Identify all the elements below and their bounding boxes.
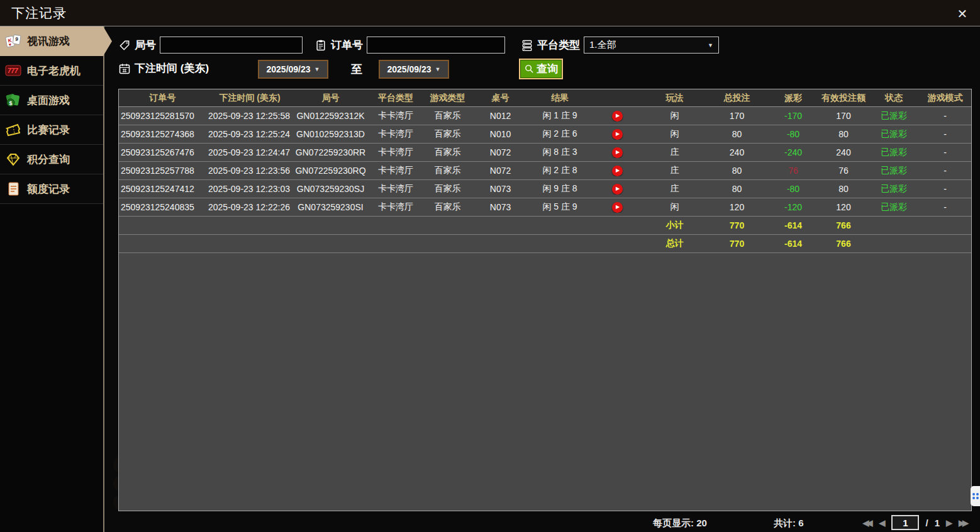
sidebar-item-video-games[interactable]: K♥ 9 视讯游戏 (0, 26, 112, 56)
status-badge: 已派彩 (869, 183, 919, 195)
last-page-icon[interactable]: ▶▶ (959, 518, 969, 528)
chevron-down-icon: ▼ (708, 42, 713, 48)
platform-stack-icon (521, 39, 533, 52)
col-header: 派彩 (768, 93, 818, 104)
sidebar-item-label: 比赛记录 (27, 123, 70, 137)
tag-icon (118, 39, 131, 52)
table-row: 250923125257788 2025-09-23 12:23:56 GN07… (119, 162, 971, 180)
col-header: 局号 (293, 93, 368, 104)
records-table: 订单号 下注时间 (美东) 局号 平台类型 游戏类型 桌号 结果 玩法 总投注 … (118, 89, 972, 511)
grand-total-row: 总计 770 -614 766 (119, 235, 971, 253)
col-header: 玩法 (643, 93, 706, 104)
status-badge: 已派彩 (869, 165, 919, 176)
per-page-label: 每页显示: 20 (653, 518, 707, 529)
col-header: 有效投注额 (818, 93, 869, 104)
table-row: 250923125247412 2025-09-23 12:23:03 GN07… (119, 180, 971, 198)
points-diamond-icon (5, 152, 21, 167)
first-page-icon[interactable]: ◀◀ (862, 518, 872, 528)
chevron-down-icon: ▼ (315, 66, 320, 72)
filter-bar: 局号 订单号 平台类型 1.全部 ▼ (104, 26, 980, 89)
slot-777-icon: 777 (5, 63, 21, 78)
status-badge: 已派彩 (869, 110, 919, 122)
subtotal-row: 小计 770 -614 766 (119, 217, 971, 235)
sidebar-item-label: 桌面游戏 (27, 93, 70, 108)
round-number-label: 局号 (118, 38, 156, 52)
order-number-label: 订单号 (315, 38, 363, 52)
date-from-picker[interactable]: 2025/09/23 ▼ (258, 60, 328, 79)
sidebar: K♥ 9 视讯游戏 777 电子老虎机 $ (0, 26, 104, 532)
sidebar-item-label: 积分查询 (27, 152, 70, 167)
table-row: 250923125281570 2025-09-23 12:25:58 GN01… (119, 107, 971, 125)
platform-type-label: 平台类型 (521, 38, 580, 52)
bet-time-label: 下注时间 (美东) (118, 61, 209, 76)
play-video-button[interactable]: ▶ (612, 111, 623, 122)
helper-widget[interactable] (971, 486, 980, 506)
status-badge: 已派彩 (869, 201, 919, 213)
window-title: 下注记录 (11, 4, 67, 22)
page-total: 1 (935, 518, 940, 528)
drag-dots-icon (972, 493, 979, 499)
chevron-down-icon: ▼ (435, 66, 441, 72)
play-video-button[interactable]: ▶ (612, 166, 623, 176)
platform-selected-value: 1.全部 (589, 39, 616, 51)
play-video-button[interactable]: ▶ (612, 147, 623, 158)
sidebar-item-label: 视讯游戏 (27, 34, 70, 48)
table-empty-area (119, 253, 971, 511)
total-count-label: 共计: 6 (774, 518, 804, 529)
sidebar-item-match-records[interactable]: 比赛记录 (0, 115, 103, 145)
search-icon (524, 64, 535, 74)
status-badge: 已派彩 (869, 128, 919, 140)
col-header: 游戏模式 (919, 93, 971, 104)
order-number-input[interactable] (367, 37, 505, 54)
quota-document-icon (5, 181, 21, 196)
sidebar-item-quota-records[interactable]: 额度记录 (0, 174, 103, 204)
date-range-to-label: 至 (351, 62, 362, 77)
close-icon[interactable]: ✕ (954, 5, 971, 23)
search-button[interactable]: 查询 (519, 59, 563, 79)
play-video-button[interactable]: ▶ (612, 202, 623, 213)
svg-text:777: 777 (8, 67, 18, 74)
video-cards-icon: K♥ 9 (5, 34, 21, 49)
platform-type-select[interactable]: 1.全部 ▼ (584, 37, 719, 54)
sidebar-item-label: 额度记录 (27, 182, 70, 196)
play-video-button[interactable]: ▶ (612, 129, 623, 140)
col-header: 结果 (529, 93, 591, 104)
table-games-icon: $ (5, 93, 21, 108)
prev-page-icon[interactable]: ◀ (879, 518, 885, 528)
table-row: 250923125267476 2025-09-23 12:24:47 GN07… (119, 144, 971, 162)
col-header: 下注时间 (美东) (206, 93, 293, 104)
table-header-row: 订单号 下注时间 (美东) 局号 平台类型 游戏类型 桌号 结果 玩法 总投注 … (119, 89, 971, 107)
clipboard-icon (315, 39, 327, 52)
date-to-picker[interactable]: 2025/09/23 ▼ (379, 60, 449, 79)
titlebar: 下注记录 ✕ (0, 0, 980, 26)
col-header: 游戏类型 (423, 93, 472, 104)
page-number-input[interactable] (891, 515, 919, 530)
col-header: 平台类型 (368, 93, 423, 104)
sidebar-item-table-games[interactable]: $ 桌面游戏 (0, 86, 103, 115)
col-header: 桌号 (472, 93, 529, 104)
col-header: 订单号 (119, 93, 206, 104)
col-header: 总投注 (706, 93, 768, 104)
pagination-bar: 每页显示: 20 共计: 6 ◀◀ ◀ / 1 ▶ ▶▶ (118, 512, 974, 532)
status-badge: 已派彩 (869, 147, 919, 158)
next-page-icon[interactable]: ▶ (946, 518, 952, 528)
page-separator: / (925, 518, 928, 528)
sidebar-item-slots[interactable]: 777 电子老虎机 (0, 56, 103, 86)
sidebar-item-points-query[interactable]: 积分查询 (0, 145, 103, 174)
calendar-icon (118, 62, 131, 75)
round-number-input[interactable] (160, 37, 303, 54)
svg-text:$: $ (9, 100, 13, 106)
betting-records-window: 大师 闲 庄 闲 闲 和 闲 6 和 闲 6 闲 闲 下注记录 ✕ K♥ 9 视… (0, 0, 980, 532)
play-video-button[interactable]: ▶ (612, 184, 623, 195)
table-row: 250923125274368 2025-09-23 12:25:24 GN01… (119, 125, 971, 144)
table-row: 250923125240835 2025-09-23 12:22:26 GN07… (119, 198, 971, 217)
sidebar-item-label: 电子老虎机 (27, 64, 81, 78)
col-header: 状态 (869, 93, 919, 104)
match-ticket-icon (5, 122, 21, 137)
